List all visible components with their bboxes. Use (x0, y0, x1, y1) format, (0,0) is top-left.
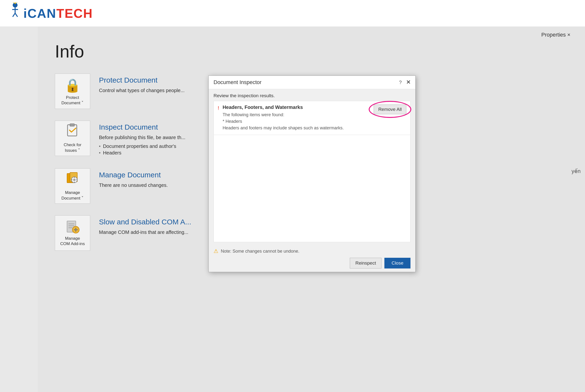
inspection-result: ! Headers, Footers, and Watermarks The f… (214, 101, 410, 135)
svg-point-1 (15, 2, 16, 4)
dialog-titlebar: Document Inspector ? ✕ (209, 76, 415, 89)
reinspect-button[interactable]: Reinspect (350, 258, 382, 268)
logo: i CAN TECH (9, 3, 93, 24)
logo-i-letter: i (24, 6, 27, 21)
remove-all-button[interactable]: Remove All (374, 104, 406, 114)
note-icon: ⚠ (214, 248, 218, 254)
logo-icon (9, 2, 22, 22)
close-button[interactable]: Close (384, 258, 410, 268)
svg-line-7 (13, 13, 15, 17)
dialog-body: ! Headers, Footers, and Watermarks The f… (209, 101, 415, 244)
info-panel: Info 🔒 ProtectDocument ˅ Protect Documen… (38, 27, 585, 392)
inspection-scroll-area (214, 135, 410, 242)
warning-icon: ! (218, 105, 219, 111)
logo-tech: TECH (56, 6, 93, 21)
dialog-footer: ⚠ Note: Some changes cannot be undone. R… (209, 244, 415, 272)
remove-all-wrapper: Remove All (374, 104, 406, 114)
logo-bar: i CAN TECH (0, 0, 585, 27)
note-text: Note: Some changes cannot be undone. (221, 249, 299, 254)
result-desc: The following items were found: * Header… (223, 112, 370, 131)
dialog-controls: ? ✕ (399, 79, 410, 86)
dialog-close-icon[interactable]: ✕ (406, 79, 410, 86)
document-inspector-dialog: Document Inspector ? ✕ Review the inspec… (208, 76, 416, 272)
dialog-title: Document Inspector (214, 79, 262, 86)
dialog-subtitle: Review the inspection results. (209, 89, 415, 101)
result-content: Headers, Footers, and Watermarks The fol… (223, 104, 370, 131)
dialog-buttons: Reinspect Close (214, 258, 410, 268)
sidebar (0, 27, 38, 392)
logo-can: CAN (27, 6, 56, 21)
result-title: Headers, Footers, and Watermarks (223, 104, 370, 110)
svg-line-4 (13, 2, 14, 3)
main-area: Info 🔒 ProtectDocument ˅ Protect Documen… (0, 27, 585, 392)
svg-line-3 (17, 2, 17, 3)
help-icon[interactable]: ? (399, 80, 402, 85)
dialog-note: ⚠ Note: Some changes cannot be undone. (214, 248, 410, 254)
svg-line-8 (15, 13, 18, 17)
